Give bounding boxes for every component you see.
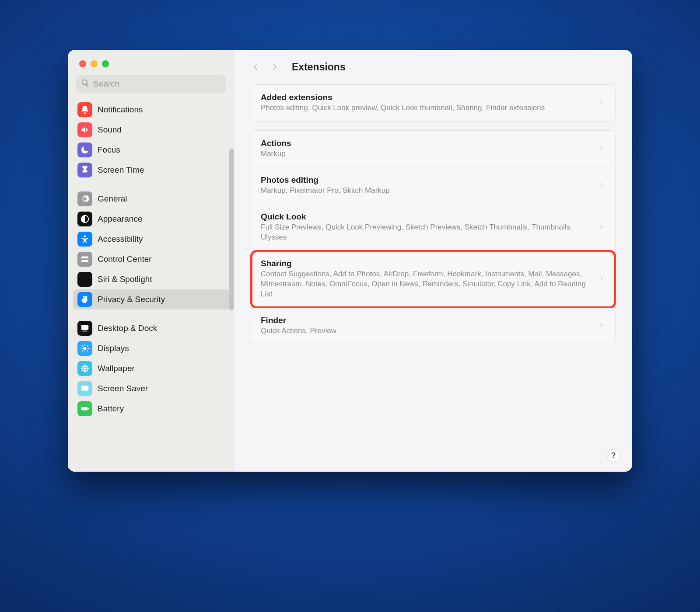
chevron-right-icon [598,224,606,231]
page-title: Extensions [292,61,346,73]
row-sharing[interactable]: SharingContact Suggestions, Add to Photo… [251,251,615,308]
sidebar-item-privacy-security[interactable]: Privacy & Security [73,289,230,309]
sidebar-item-label: Siri & Spotlight [98,275,152,284]
help-button[interactable]: ? [607,449,620,462]
sidebar-item-wallpaper[interactable]: Wallpaper [73,358,230,379]
bell-icon [77,102,92,117]
sidebar: NotificationsSoundFocusScreen TimeGenera… [68,50,234,472]
row-quick-look[interactable]: Quick LookFull Size Previews, Quick Look… [251,204,615,251]
sidebar-scrollbar[interactable] [229,149,234,310]
sidebar-item-focus[interactable]: Focus [73,140,230,160]
row-title: Added extensions [261,93,592,102]
back-button[interactable] [251,62,261,73]
sidebar-nav: NotificationsSoundFocusScreen TimeGenera… [68,96,234,472]
sidebar-item-label: Notifications [98,105,143,115]
sidebar-item-appearance[interactable]: Appearance [73,209,230,229]
search-field[interactable] [76,75,226,93]
row-subtitle: Markup, Pixelmator Pro, Skitch Markup [261,186,592,196]
battery-icon [77,401,92,416]
minimize-window-button[interactable] [91,60,98,67]
row-subtitle: Contact Suggestions, Add to Photos, AirD… [261,269,592,299]
settings-group: ActionsMarkupPhotos editingMarkup, Pixel… [251,130,616,344]
sidebar-item-label: Desktop & Dock [98,323,157,333]
moon-icon [77,143,92,157]
row-title: Finder [261,316,592,325]
row-title: Actions [261,139,592,148]
sidebar-item-screen-time[interactable]: Screen Time [73,160,230,180]
sidebar-item-label: Screen Saver [98,384,148,393]
search-icon [81,79,93,89]
row-finder[interactable]: FinderQuick Actions, Preview [251,308,615,344]
gear-icon [77,191,92,206]
sidebar-item-control-center[interactable]: Control Center [73,249,230,269]
row-title: Sharing [261,259,592,268]
sidebar-item-label: Accessibility [98,234,143,244]
flower-icon [77,361,92,376]
sidebar-item-label: General [98,194,127,204]
chevron-right-icon [598,322,606,329]
content-pane: Extensions Added extensionsPhotos editin… [234,50,632,472]
sidebar-item-notifications[interactable]: Notifications [73,100,230,120]
search-input[interactable] [93,79,220,89]
chevron-right-icon [598,145,606,152]
sidebar-item-label: Screen Time [98,165,144,175]
sidebar-item-desktop-dock[interactable]: Desktop & Dock [73,318,230,338]
row-subtitle: Photos editing, Quick Look preview, Quic… [261,103,592,113]
chevron-right-icon [598,182,606,189]
screensaver-icon [77,381,92,396]
chevron-right-icon [598,99,606,106]
sidebar-item-general[interactable]: General [73,189,230,209]
sun-icon [77,341,92,356]
row-photos-editing[interactable]: Photos editingMarkup, Pixelmator Pro, Sk… [251,167,615,204]
fullscreen-window-button[interactable] [102,60,109,67]
sidebar-item-label: Appearance [98,214,142,224]
sidebar-item-label: Focus [98,145,120,155]
sidebar-item-accessibility[interactable]: Accessibility [73,229,230,249]
accessibility-icon [77,232,92,247]
settings-window: NotificationsSoundFocusScreen TimeGenera… [68,50,632,472]
sidebar-item-label: Sound [98,125,122,135]
sidebar-item-label: Control Center [98,254,152,264]
sidebar-item-siri-spotlight[interactable]: Siri & Spotlight [73,269,230,289]
appearance-icon [77,212,92,226]
sidebar-item-displays[interactable]: Displays [73,338,230,358]
sidebar-item-label: Battery [98,404,124,414]
row-subtitle: Markup [261,149,592,159]
hourglass-icon [77,163,92,177]
titlebar: Extensions [251,61,616,73]
sidebar-item-label: Wallpaper [98,364,135,373]
row-actions[interactable]: ActionsMarkup [251,131,615,167]
row-title: Photos editing [261,175,592,185]
hand-icon [77,292,92,307]
speaker-icon [77,122,92,137]
sidebar-item-label: Displays [98,344,129,353]
chevron-right-icon [598,275,606,282]
close-window-button[interactable] [79,60,86,67]
switches-icon [77,252,92,267]
window-controls [68,50,234,67]
siri-icon [77,272,92,287]
row-added-extensions[interactable]: Added extensionsPhotos editing, Quick Lo… [251,85,615,121]
sidebar-item-screen-saver[interactable]: Screen Saver [73,379,230,399]
sidebar-item-label: Privacy & Security [98,295,165,304]
sidebar-item-sound[interactable]: Sound [73,120,230,140]
sidebar-item-battery[interactable]: Battery [73,399,230,419]
dock-icon [77,321,92,336]
row-subtitle: Full Size Previews, Quick Look Previewin… [261,223,592,243]
row-subtitle: Quick Actions, Preview [261,326,592,336]
row-title: Quick Look [261,212,592,222]
forward-button[interactable] [270,62,280,73]
settings-group: Added extensionsPhotos editing, Quick Lo… [251,84,616,122]
